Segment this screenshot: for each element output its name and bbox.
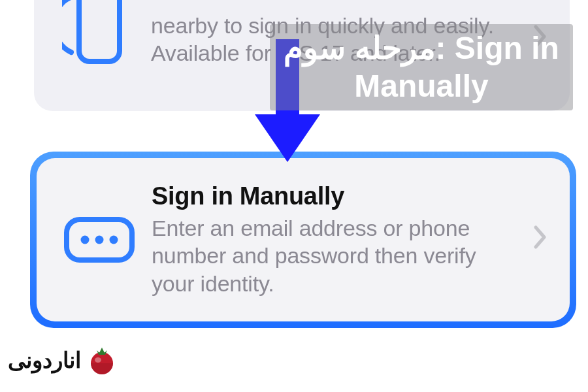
password-dots-icon xyxy=(47,216,152,264)
svg-marker-7 xyxy=(255,114,320,162)
pomegranate-icon xyxy=(85,344,118,376)
step-caption-overlay: مرحله سوم: Sign in Manually xyxy=(270,24,573,110)
brand-watermark: اناردونی xyxy=(8,344,118,376)
svg-point-3 xyxy=(81,236,90,244)
svg-point-9 xyxy=(95,357,101,363)
sign-in-manually-card[interactable]: Sign in Manually Enter an email address … xyxy=(37,158,570,321)
phone-icon xyxy=(47,0,148,98)
svg-point-5 xyxy=(110,236,118,244)
screenshot-stage: nearby to sign in quickly and easily. Av… xyxy=(0,0,588,392)
sign-in-manually-highlight: Sign in Manually Enter an email address … xyxy=(30,152,576,328)
svg-rect-0 xyxy=(79,0,120,61)
step-caption-prefix: مرحله سوم: xyxy=(284,31,455,65)
sign-in-manually-description: Enter an email address or phone number a… xyxy=(152,214,520,298)
card-highlight-text: Sign in Manually Enter an email address … xyxy=(152,182,524,298)
step-caption-main-line2: Manually xyxy=(284,67,559,105)
chevron-col-2 xyxy=(524,224,557,255)
brand-name: اناردونی xyxy=(8,347,81,373)
svg-point-4 xyxy=(95,236,104,244)
sign-in-manually-title: Sign in Manually xyxy=(152,182,520,210)
chevron-right-icon xyxy=(534,224,547,255)
